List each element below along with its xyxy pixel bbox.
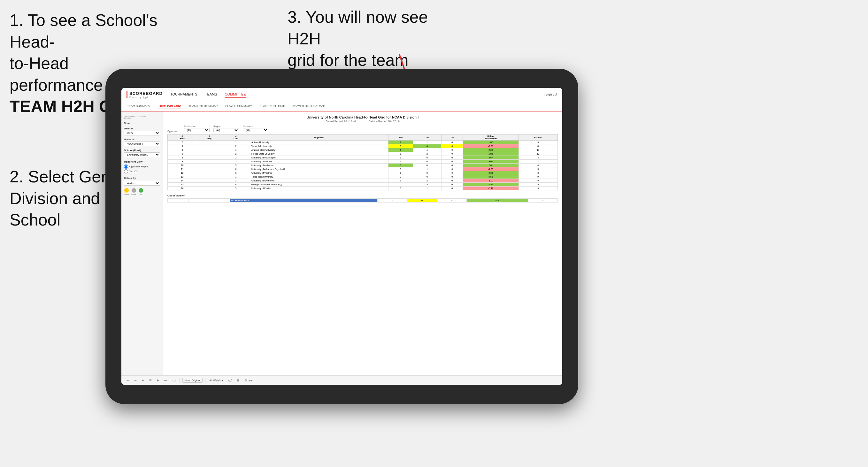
nav-bar: SCOREBOARD Powered by clippd TOURNAMENTS… (121, 88, 562, 101)
col-rank: #Rank (168, 134, 197, 141)
toolbar-minus[interactable]: — (163, 378, 168, 383)
share-button[interactable]: Share (243, 378, 254, 383)
watch-button[interactable]: 👁 Watch ▾ (208, 378, 225, 383)
out-of-division-table: NCAA Division II 1 0 0 26.00 3 (167, 198, 558, 203)
col-reg: #Reg (197, 134, 222, 141)
out-of-division-label: Out of division (167, 194, 558, 197)
opponent-view-label: Opponent View (124, 160, 160, 163)
toolbar-undo[interactable]: ↩ (125, 378, 130, 383)
table-row: 105University of Alabama3002.618 (168, 163, 558, 167)
tablet: SCOREBOARD Powered by clippd TOURNAMENTS… (105, 69, 578, 404)
division-select[interactable]: NCAA Division I (124, 142, 160, 146)
view-original-button[interactable]: View: Original (182, 378, 203, 383)
last-updated: Last Updated: 27/03/2024 16:55:38 (124, 115, 160, 119)
division-record: Division Record: 88 - 17 - 0 (369, 120, 400, 123)
sidebar-gender-label: Gender (124, 127, 160, 130)
tablet-screen: SCOREBOARD Powered by clippd TOURNAMENTS… (121, 88, 562, 385)
colour-dot-down (124, 188, 129, 193)
logo: SCOREBOARD Powered by clippd (129, 90, 163, 98)
out-of-division-row: NCAA Division II 1 0 0 26.00 3 (168, 199, 558, 203)
sidebar-school-label: School (Rank) (124, 149, 160, 152)
table-row: 21Auburn University2101.679 (168, 141, 558, 145)
table-row: 82University of Washington1003.673 (168, 156, 558, 160)
toolbar-back[interactable]: ↩ (141, 378, 146, 383)
table-row: 163University of Florida310-6.429 (168, 187, 558, 190)
conference-filter-select[interactable]: (All) (184, 128, 210, 132)
table-row: 62Florida State University1201.8312 (168, 152, 558, 156)
nav-items: TOURNAMENTS TEAMS COMMITTEE (170, 91, 544, 98)
opponent-view-radios: Opponents Played Top 100 (124, 164, 160, 174)
colour-by-label: Colour by (124, 177, 160, 180)
filter-opponent: Opponent (All) (243, 125, 268, 132)
colour-by-select[interactable]: Win/loss (124, 181, 160, 186)
sidebar: Last Updated: 27/03/2024 16:55:38 Team G… (121, 112, 163, 375)
table-row: 131Texas Tech University3005.569 (168, 175, 558, 179)
col-diff: Diff AvStrokes/Rnd (463, 134, 519, 141)
table-row: 41Arizona State University5102.2917 (168, 148, 558, 152)
col-win: Win (389, 134, 413, 141)
overall-record: Overall Record: 89 - 17 - 0 (326, 120, 355, 123)
subnav-player-summary[interactable]: PLAYER SUMMARY (225, 103, 252, 109)
grid-area: University of North Carolina Head-to-Hea… (163, 112, 562, 375)
radio-opponents-played[interactable]: Opponents Played (124, 164, 160, 169)
logo-area: SCOREBOARD Powered by clippd (126, 90, 163, 98)
subnav-player-h2h-grid[interactable]: PLAYER H2H GRID (259, 103, 286, 109)
colour-down: Down (124, 188, 129, 195)
opponents-label: Opponents: (167, 130, 179, 132)
col-tie: Tie (441, 134, 463, 141)
instruction-bl-line3: School (9, 211, 60, 229)
radio-top100[interactable]: Top 100 (124, 169, 160, 174)
table-row: 154Georgia Institute of Technology0504.5… (168, 183, 558, 187)
toolbar-sep2 (205, 378, 206, 383)
sub-nav: TEAM SUMMARY TEAM H2H GRID TEAM H2H HEAT… (121, 101, 562, 112)
colour-up: Up (138, 188, 143, 195)
filter-conference: Conference (All) (184, 125, 210, 132)
grid-title: University of North Carolina Head-to-Hea… (167, 115, 558, 119)
filter-row: Opponents: Conference (All) Region (All) (167, 125, 558, 132)
table-row: 142University of Oklahoma120-1.009 (168, 179, 558, 183)
subnav-player-h2h-heatmap[interactable]: PLAYER H2H HEATMAP (292, 103, 326, 109)
opponent-filter-select[interactable]: (All) (243, 128, 268, 132)
nav-tournaments[interactable]: TOURNAMENTS (170, 91, 197, 98)
table-row: 116University of Arkansas, Fayetteville0… (168, 167, 558, 171)
table-row: 123University of Virginia1002.333 (168, 171, 558, 175)
region-filter-select[interactable]: (All) (213, 128, 239, 132)
toolbar-redo[interactable]: ↪ (133, 378, 138, 383)
toolbar-sep (180, 378, 180, 383)
colour-legend: Down Level Up (124, 188, 160, 195)
instruction-line1: 1. To see a School's Head- (9, 11, 157, 51)
toolbar-plus[interactable]: ⊕ (155, 378, 160, 383)
sidebar-team-label: Team (124, 122, 160, 125)
logo-text: SCOREBOARD (129, 91, 163, 96)
col-opponent: Opponent (250, 134, 388, 141)
colour-dot-level (132, 188, 136, 193)
logo-sub: Powered by clippd (129, 96, 163, 98)
table-row: 93University of Arizona1009.002 (168, 160, 558, 163)
colour-level: Level (131, 188, 136, 195)
col-rounds: Rounds (519, 134, 557, 141)
instruction-bl-line2: Division and (9, 189, 100, 208)
toolbar: ↩ ↪ ↩ ⧉ ⊕ — 🕐 View: Original 👁 Watch ▾ 💬… (121, 375, 562, 385)
comment-button[interactable]: 💬 (227, 378, 233, 383)
table-row: 32Vanderbilt University040-2.298 (168, 145, 558, 148)
school-select[interactable]: 1. University of Nort... (124, 152, 160, 157)
logo-bar (126, 91, 127, 98)
nav-committee[interactable]: COMMITTEE (225, 91, 246, 98)
grid-records: Overall Record: 89 - 17 - 0 Division Rec… (167, 120, 558, 123)
filter-region: Region (All) (213, 125, 239, 132)
col-loss: Loss (413, 134, 441, 141)
main-content: Last Updated: 27/03/2024 16:55:38 Team G… (121, 112, 562, 375)
toolbar-copy[interactable]: ⧉ (148, 378, 153, 383)
col-conf: #Conf (222, 134, 250, 141)
toolbar-clock[interactable]: 🕐 (171, 378, 177, 383)
subnav-team-h2h-heatmap[interactable]: TEAM H2H HEATMAP (188, 103, 218, 109)
gender-select[interactable]: Men's (124, 131, 160, 135)
subnav-team-summary[interactable]: TEAM SUMMARY (126, 103, 151, 109)
colour-dot-up (138, 188, 143, 193)
nav-teams[interactable]: TEAMS (205, 91, 217, 98)
grid-button[interactable]: ⊞ (236, 378, 241, 383)
sidebar-division-label: Division (124, 138, 160, 141)
h2h-table: #Rank #Reg #Conf Opponent Win Loss Tie D… (167, 134, 558, 190)
subnav-team-h2h-grid[interactable]: TEAM H2H GRID (157, 103, 182, 109)
sign-out-button[interactable]: | Sign out (544, 93, 557, 96)
